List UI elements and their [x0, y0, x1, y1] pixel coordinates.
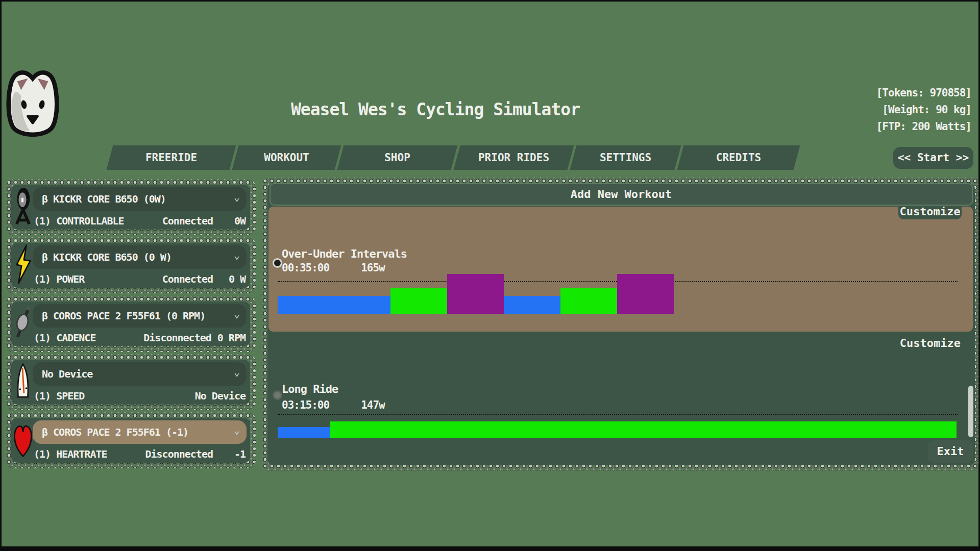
device-panel-chain-border: β COROS PACE 2 F55F61 (-1) ⌄ (1) HEARTRA…: [6, 412, 256, 468]
lightning-icon: [13, 244, 33, 286]
app-window: Weasel Wes's Cycling Simulator [Tokens: …: [0, 0, 980, 551]
chevron-down-icon: ⌄: [234, 366, 240, 378]
device-dropdown-value: No Device: [33, 368, 92, 380]
page-title: Weasel Wes's Cycling Simulator: [247, 99, 624, 119]
device-value: No Device: [195, 390, 246, 402]
interval-segment-blue: [504, 296, 560, 314]
tokens-stat: [Tokens: 970858]: [876, 85, 971, 102]
interval-segment-purple: [447, 274, 504, 314]
ftp-stat: [FTP: 200 Watts]: [876, 118, 971, 135]
device-panel-chain-border: β COROS PACE 2 F55F61 (0 RPM) ⌄ (1) CADE…: [6, 296, 256, 352]
workout-title: Over-Under Intervals: [282, 247, 407, 260]
device-panel-cadence: β COROS PACE 2 F55F61 (0 RPM) ⌄ (1) CADE…: [11, 302, 250, 346]
device-value: 0 RPM: [217, 332, 246, 344]
weight-stat: [Weight: 90 kg]: [876, 102, 971, 118]
workout-summary: 00:35:00 165w: [282, 262, 385, 274]
device-dropdown-value: β KICKR CORE B650 (0 W): [33, 251, 172, 263]
device-metric-label: (1) CADENCE: [34, 332, 143, 344]
device-panel-chain-border: β KICKR CORE B650 (0 W) ⌄ (1) POWER Conn…: [6, 237, 256, 293]
tab-settings[interactable]: SETTINGS: [570, 145, 681, 170]
device-metric-label: (1) SPEED: [34, 390, 189, 402]
device-status-row: (1) HEARTRATE Disconnected -1: [34, 447, 246, 461]
workout-panel-chain-border: Add New Workout Customize Over-Under Int…: [262, 178, 980, 471]
interval-bars: [278, 421, 957, 438]
chevron-down-icon: ⌄: [234, 191, 240, 203]
workout-list-scrollbar[interactable]: [968, 386, 973, 437]
device-panel-chain-border: No Device ⌄ (1) SPEED No Device: [6, 354, 256, 410]
device-dropdown-value: β COROS PACE 2 F55F61 (-1): [33, 426, 188, 438]
device-metric-label: (1) POWER: [34, 273, 162, 285]
customize-button[interactable]: Customize: [900, 337, 961, 349]
device-dropdown-speed[interactable]: No Device ⌄: [33, 362, 247, 386]
tab-label: SHOP: [340, 145, 454, 170]
device-dropdown-value: β COROS PACE 2 F55F61 (0 RPM): [33, 310, 205, 322]
device-dropdown-cadence[interactable]: β COROS PACE 2 F55F61 (0 RPM) ⌄: [33, 304, 247, 328]
device-panel-controllable: β KICKR CORE B650 (0W) ⌄ (1) CONTROLLABL…: [11, 185, 250, 230]
device-dropdown-power[interactable]: β KICKR CORE B650 (0 W) ⌄: [33, 245, 247, 269]
tab-label: SETTINGS: [573, 145, 678, 170]
device-dropdown-controllable[interactable]: β KICKR CORE B650 (0W) ⌄: [33, 187, 247, 211]
workout-card-long-ride[interactable]: Customize Long Ride 03:15:00 147w: [268, 336, 973, 440]
player-stats: [Tokens: 970858] [Weight: 90 kg] [FTP: 2…: [876, 85, 971, 135]
device-status-row: (1) CADENCE Disconnected 0 RPM: [34, 331, 246, 344]
interval-segment-purple: [617, 274, 674, 314]
device-dropdown-value: β KICKR CORE B650 (0W): [33, 193, 166, 205]
device-metric-label: (1) HEARTRATE: [34, 448, 145, 460]
tab-label: CREDITS: [680, 145, 797, 170]
device-value: 0W: [219, 215, 246, 227]
customize-button[interactable]: Customize: [898, 207, 962, 219]
device-panel-chain-border: β KICKR CORE B650 (0W) ⌄ (1) CONTROLLABL…: [6, 179, 256, 235]
chevron-down-icon: ⌄: [234, 249, 240, 261]
interval-bars: [278, 274, 674, 314]
interval-segment-green: [390, 288, 447, 314]
workout-summary: 03:15:00 147w: [282, 399, 385, 411]
device-panel-speed: No Device ⌄ (1) SPEED No Device: [11, 360, 250, 405]
device-metric-label: (1) CONTROLLABLE: [34, 215, 162, 227]
tab-freeride[interactable]: FREERIDE: [107, 145, 236, 170]
tab-label: FREERIDE: [110, 145, 233, 170]
tab-prior-rides[interactable]: PRIOR RIDES: [454, 145, 574, 170]
interval-segment-green: [330, 421, 957, 438]
start-button[interactable]: << Start >>: [893, 147, 973, 169]
device-connection-status: Connected: [162, 273, 213, 285]
tab-label: WORKOUT: [235, 145, 338, 170]
workout-select-radio[interactable]: [273, 258, 282, 268]
interval-segment-blue: [278, 296, 390, 314]
device-status-row: (1) POWER Connected 0 W: [34, 272, 246, 286]
workout-card-over-under-intervals[interactable]: Customize Over-Under Intervals 00:35:00 …: [268, 207, 973, 332]
device-connection-status: Connected: [162, 215, 213, 227]
device-connection-status: Disconnected: [145, 448, 213, 460]
add-new-workout-button[interactable]: Add New Workout: [270, 183, 973, 206]
chevron-down-icon: ⌄: [234, 424, 240, 436]
tab-shop[interactable]: SHOP: [337, 145, 458, 170]
chevron-down-icon: ⌄: [234, 308, 240, 320]
interval-segment-green: [560, 288, 617, 314]
workout-panel: Add New Workout Customize Over-Under Int…: [267, 183, 975, 465]
workout-select-radio[interactable]: [273, 390, 282, 400]
device-value: -1: [219, 448, 246, 460]
speedometer-icon: [13, 361, 33, 403]
cadence-icon: [13, 303, 33, 345]
workout-duration: 03:15:00: [282, 399, 329, 411]
device-connection-status: Disconnected: [143, 332, 211, 344]
workout-duration: 00:35:00: [282, 262, 329, 274]
ftp-threshold-line: [278, 414, 958, 415]
tab-workout[interactable]: WORKOUT: [232, 145, 341, 170]
weasel-logo: [4, 66, 62, 142]
device-panel-power: β KICKR CORE B650 (0 W) ⌄ (1) POWER Conn…: [11, 243, 250, 288]
workout-avg-power: 147w: [361, 399, 385, 411]
tab-label: PRIOR RIDES: [457, 145, 571, 170]
device-value: 0 W: [219, 273, 246, 285]
workout-title: Long Ride: [282, 383, 338, 395]
device-dropdown-heartrate[interactable]: β COROS PACE 2 F55F61 (-1) ⌄: [33, 420, 247, 444]
heart-icon: [13, 419, 33, 461]
workout-avg-power: 165w: [361, 262, 385, 274]
tab-bar: FREERIDEWORKOUTSHOPPRIOR RIDESSETTINGSCR…: [110, 145, 797, 170]
interval-segment-blue: [278, 427, 330, 438]
tab-credits[interactable]: CREDITS: [677, 145, 800, 170]
device-status-row: (1) CONTROLLABLE Connected 0W: [34, 214, 246, 228]
device-panel-heartrate: β COROS PACE 2 F55F61 (-1) ⌄ (1) HEARTRA…: [11, 418, 250, 463]
device-status-row: (1) SPEED No Device: [34, 389, 246, 403]
trainer-icon: [13, 186, 33, 228]
exit-button[interactable]: Exit: [928, 440, 973, 463]
